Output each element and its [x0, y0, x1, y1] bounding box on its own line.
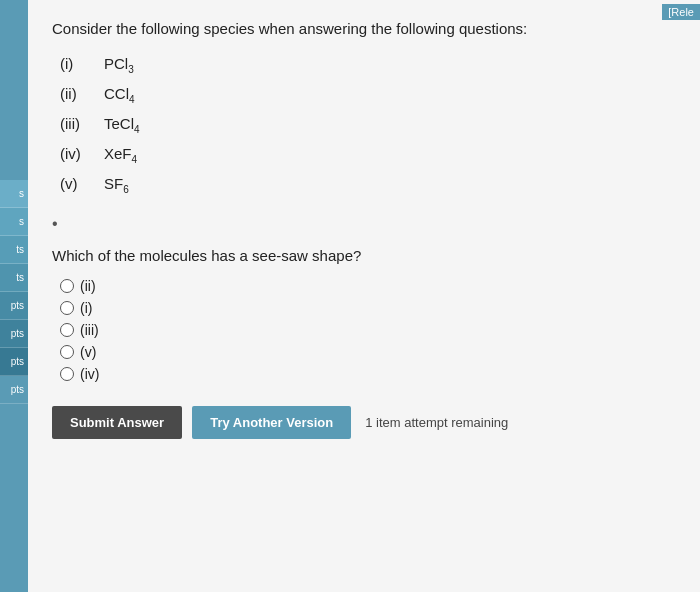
sidebar-item-1[interactable]: s [0, 180, 28, 208]
species-item-1: (i) PCl3 [60, 55, 676, 75]
sidebar-item-label-6: pts [11, 328, 24, 339]
species-roman-1: (i) [60, 55, 100, 72]
sidebar-item-5[interactable]: pts [0, 292, 28, 320]
sidebar-item-2[interactable]: s [0, 208, 28, 236]
sidebar-item-label-4: ts [16, 272, 24, 283]
sidebar-item-label-8: pts [11, 384, 24, 395]
species-item-4: (iv) XeF4 [60, 145, 676, 165]
sidebar-item-label-7: pts [11, 356, 24, 367]
sidebar-item-label-1: s [19, 188, 24, 199]
radio-option-2[interactable]: (i) [60, 300, 676, 316]
sub-question: Which of the molecules has a see-saw sha… [52, 247, 676, 264]
top-right-link[interactable]: [Rele [662, 4, 700, 20]
sidebar-item-7[interactable]: pts [0, 348, 28, 376]
radio-circle-5[interactable] [60, 367, 74, 381]
sidebar-item-label-5: pts [11, 300, 24, 311]
species-formula-1: PCl3 [104, 55, 134, 75]
sidebar-item-3[interactable]: ts [0, 236, 28, 264]
species-formula-5: SF6 [104, 175, 129, 195]
sidebar-item-label-2: s [19, 216, 24, 227]
species-formula-3: TeCl4 [104, 115, 140, 135]
dot-separator: • [52, 215, 676, 233]
species-roman-4: (iv) [60, 145, 100, 162]
question-intro: Consider the following species when answ… [52, 18, 676, 39]
sidebar-item-label-3: ts [16, 244, 24, 255]
radio-option-5[interactable]: (iv) [60, 366, 676, 382]
radio-option-3[interactable]: (iii) [60, 322, 676, 338]
species-formula-4: XeF4 [104, 145, 137, 165]
sidebar: s s ts ts pts pts pts pts [0, 0, 28, 592]
radio-option-1[interactable]: (ii) [60, 278, 676, 294]
radio-option-4[interactable]: (v) [60, 344, 676, 360]
species-roman-3: (iii) [60, 115, 100, 132]
main-content: [Rele Consider the following species whe… [28, 0, 700, 592]
radio-label-4: (v) [80, 344, 96, 360]
attempt-remaining-text: 1 item attempt remaining [365, 415, 508, 430]
sidebar-item-4[interactable]: ts [0, 264, 28, 292]
species-roman-2: (ii) [60, 85, 100, 102]
radio-circle-3[interactable] [60, 323, 74, 337]
radio-label-3: (iii) [80, 322, 99, 338]
action-bar: Submit Answer Try Another Version 1 item… [52, 406, 676, 439]
radio-circle-2[interactable] [60, 301, 74, 315]
submit-button[interactable]: Submit Answer [52, 406, 182, 439]
species-list: (i) PCl3 (ii) CCl4 (iii) TeCl4 (iv) XeF4… [60, 55, 676, 195]
radio-label-1: (ii) [80, 278, 96, 294]
species-item-2: (ii) CCl4 [60, 85, 676, 105]
species-formula-2: CCl4 [104, 85, 135, 105]
species-roman-5: (v) [60, 175, 100, 192]
species-item-3: (iii) TeCl4 [60, 115, 676, 135]
sidebar-item-8[interactable]: pts [0, 376, 28, 404]
species-item-5: (v) SF6 [60, 175, 676, 195]
radio-options: (ii) (i) (iii) (v) (iv) [60, 278, 676, 382]
radio-label-2: (i) [80, 300, 92, 316]
radio-circle-4[interactable] [60, 345, 74, 359]
sidebar-item-6[interactable]: pts [0, 320, 28, 348]
radio-circle-1[interactable] [60, 279, 74, 293]
radio-label-5: (iv) [80, 366, 99, 382]
try-another-button[interactable]: Try Another Version [192, 406, 351, 439]
